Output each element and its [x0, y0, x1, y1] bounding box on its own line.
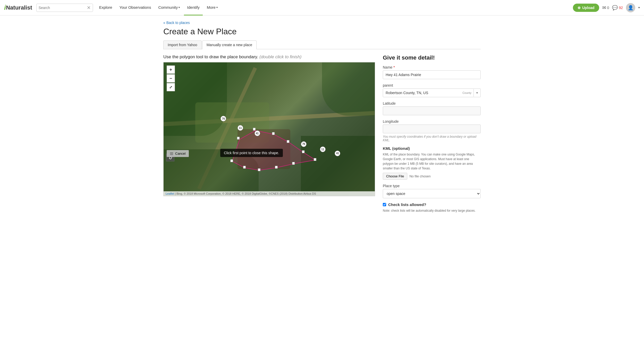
check-lists-row: Check lists allowed?	[383, 202, 481, 207]
attribution-text: | Bing, © 2018 Microsoft Corporation, © …	[175, 192, 316, 195]
name-field-group: Name *	[383, 65, 481, 79]
form-title: Give it some detail!	[383, 54, 481, 61]
main-content: « Back to places Create a New Place Impo…	[157, 15, 487, 218]
latitude-field-group: Latitude	[383, 101, 481, 115]
upload-label: Upload	[582, 6, 594, 10]
comment-icon: 💬	[612, 5, 618, 11]
place-type-group: Place type open space town park watershe…	[383, 184, 481, 198]
route-marker-76b: 76	[301, 141, 307, 147]
no-file-chosen-label: No file chosen	[409, 174, 430, 178]
nav-explore[interactable]: Explore	[96, 0, 115, 15]
parent-select-input[interactable]	[383, 89, 460, 97]
parent-field-group: parent County ▾	[383, 83, 481, 97]
check-lists-group: Check lists allowed? Note: check lists w…	[383, 202, 481, 213]
nav-more[interactable]: More ▾	[204, 0, 221, 15]
map-satellite-bg	[164, 62, 375, 196]
latitude-input[interactable]	[383, 106, 481, 115]
avatar-icon: 👤	[628, 5, 633, 11]
mail-count: 0	[607, 6, 609, 10]
name-required-star: *	[393, 65, 395, 69]
polygon-tooltip: Click first point to close this shape.	[220, 149, 283, 157]
check-lists-label[interactable]: Check lists allowed?	[388, 202, 426, 207]
route-marker-41a: 41	[255, 130, 260, 136]
map-section: Use the polygon tool to draw the place b…	[163, 54, 375, 213]
map-container[interactable]: + − ⤢ Cancel	[163, 62, 375, 196]
route-marker-41b: 41	[335, 151, 340, 156]
community-arrow-icon: ▾	[179, 6, 180, 9]
logo-i: i	[4, 4, 6, 12]
upload-plus-icon: ⊕	[578, 6, 581, 10]
route-marker-11b: 11	[320, 146, 326, 152]
check-lists-note: Note: check lists will be automatically …	[383, 208, 481, 213]
name-label: Name *	[383, 65, 481, 69]
nav-your-observations[interactable]: Your Observations	[116, 0, 154, 15]
upload-button[interactable]: ⊕ Upload	[573, 4, 599, 12]
logo-naturalist: Naturalist	[6, 4, 32, 11]
parent-select-wrap: County ▾	[383, 88, 481, 97]
zoom-in-button[interactable]: +	[167, 65, 175, 74]
drag-handle-icon	[170, 152, 173, 155]
coord-hint: You must specify coordinates if you don'…	[383, 135, 481, 142]
zoom-out-button[interactable]: −	[167, 74, 175, 83]
name-input[interactable]	[383, 70, 481, 79]
avatar-dropdown-icon[interactable]: ▾	[638, 6, 640, 9]
mail-notification[interactable]: ✉ 0	[602, 5, 609, 11]
map-instruction-text: Use the polygon tool to draw the place b…	[163, 54, 258, 59]
search-clear-icon[interactable]: ✕	[87, 5, 91, 11]
nav-links: Explore Your Observations Community ▾ Id…	[96, 0, 573, 15]
comment-count: 92	[619, 6, 623, 10]
map-attribution: Leaflet | Bing, © 2018 Microsoft Corpora…	[164, 191, 375, 196]
logo[interactable]: iNaturalist	[4, 4, 32, 12]
map-instruction: Use the polygon tool to draw the place b…	[163, 54, 375, 60]
longitude-label: Longitude	[383, 119, 481, 124]
back-to-places-link[interactable]: « Back to places	[163, 21, 190, 25]
nav-right: ⊕ Upload ✉ 0 💬 92 👤 ▾	[573, 3, 640, 12]
parent-dropdown-button[interactable]: ▾	[473, 89, 480, 97]
parent-label: parent	[383, 83, 481, 87]
search-box: ✕	[36, 4, 93, 12]
tab-import-yahoo[interactable]: Import from Yahoo	[163, 40, 202, 49]
place-type-label: Place type	[383, 184, 481, 188]
kml-title: KML (optional)	[383, 146, 481, 151]
navbar: iNaturalist ✕ Explore Your Observations …	[0, 0, 644, 15]
map-hint: (double click to finish)	[259, 54, 301, 59]
page-title: Create a New Place	[163, 27, 481, 36]
file-input-wrap: Choose File No file chosen	[383, 173, 481, 180]
kml-section: KML (optional) KML of the place boundary…	[383, 146, 481, 180]
longitude-input[interactable]	[383, 125, 481, 133]
latitude-label: Latitude	[383, 101, 481, 105]
tab-bar: Import from Yahoo Manually create a new …	[163, 40, 481, 49]
map-controls: + − ⤢	[167, 65, 175, 91]
place-type-select[interactable]: open space town park watershed country s…	[383, 189, 481, 198]
nav-identify[interactable]: Identify	[184, 0, 202, 15]
search-input[interactable]	[39, 6, 86, 10]
content-layout: Use the polygon tool to draw the place b…	[163, 54, 481, 213]
tab-manual-create[interactable]: Manually create a new place	[202, 40, 257, 49]
check-lists-checkbox[interactable]	[383, 203, 386, 206]
cancel-label: Cancel	[175, 152, 185, 155]
more-arrow-icon: ▾	[216, 6, 218, 9]
kml-description: KML of the place boundary. You can make …	[383, 152, 481, 171]
avatar[interactable]: 👤	[626, 3, 635, 12]
mail-icon: ✉	[602, 5, 606, 11]
longitude-field-group: Longitude You must specify coordinates i…	[383, 119, 481, 142]
cancel-button[interactable]: Cancel	[167, 150, 189, 157]
fullscreen-button[interactable]: ⤢	[167, 83, 175, 91]
leaflet-link[interactable]: Leaflet	[166, 192, 174, 195]
parent-county-hint: County	[460, 90, 473, 95]
nav-community[interactable]: Community ▾	[155, 0, 183, 15]
comment-notification[interactable]: 💬 92	[612, 5, 623, 11]
choose-file-button[interactable]: Choose File	[383, 173, 407, 180]
cancel-overlay: Cancel	[167, 155, 189, 157]
form-section: Give it some detail! Name * parent Count…	[383, 54, 481, 213]
